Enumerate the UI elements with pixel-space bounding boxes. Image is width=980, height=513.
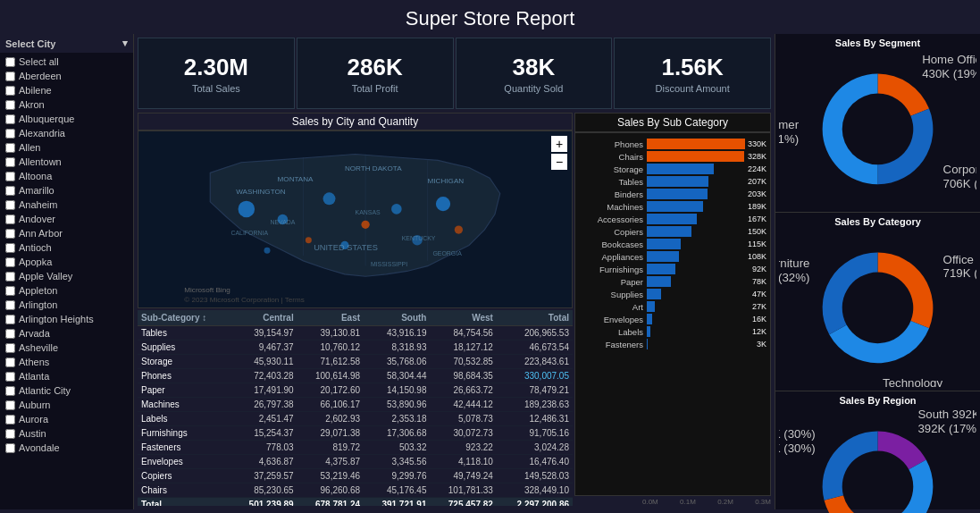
city-checkbox[interactable] [5, 400, 15, 410]
bar-fill [647, 139, 745, 149]
city-list-item[interactable]: Arlington Heights [0, 312, 133, 326]
donut-svg: Office Supplies719K (31%)Technology836K … [779, 229, 976, 387]
map-zoom-out-button[interactable]: − [551, 154, 567, 170]
city-checkbox[interactable] [5, 71, 15, 81]
city-list-item[interactable]: Albuquerque [0, 112, 133, 126]
city-checkbox[interactable] [5, 315, 15, 324]
city-checkbox[interactable] [5, 443, 15, 453]
svg-point-9 [436, 197, 450, 211]
city-checkbox[interactable] [5, 186, 15, 196]
svg-text:UNITED STATES: UNITED STATES [314, 243, 378, 252]
table-cell: Fasteners [138, 441, 230, 455]
city-list-item[interactable]: Avondale [0, 441, 133, 455]
city-checkbox[interactable] [5, 143, 15, 153]
dropdown-arrow-icon[interactable]: ▾ [122, 38, 128, 49]
table-header: West [430, 310, 496, 326]
bar-label: Binders [582, 189, 647, 199]
table-cell: 14,150.98 [364, 383, 430, 398]
city-list-item[interactable]: Appleton [0, 283, 133, 298]
city-list-item[interactable]: Andover [0, 212, 133, 226]
city-list-item[interactable]: Akron [0, 97, 133, 112]
city-list-item[interactable]: Alexandria [0, 126, 133, 140]
city-list-item[interactable]: Auburn [0, 398, 133, 412]
city-checkbox[interactable] [5, 257, 15, 267]
kpi-value: 2.30M [184, 54, 248, 81]
city-checkbox[interactable] [5, 300, 15, 310]
table-row: Furnishings15,254.3729,071.3817,306.6830… [138, 426, 573, 441]
city-checkbox[interactable] [5, 243, 15, 253]
city-list-item[interactable]: Ann Arbor [0, 226, 133, 240]
donut-segment [878, 109, 934, 185]
city-checkbox[interactable] [5, 57, 15, 67]
city-checkbox[interactable] [5, 172, 15, 181]
city-checkbox[interactable] [5, 129, 15, 139]
city-checkbox[interactable] [5, 357, 15, 367]
bar-label: Phones [582, 139, 647, 149]
city-checkbox[interactable] [5, 214, 15, 224]
city-list-item[interactable]: Allentown [0, 155, 133, 169]
city-name: Allen [19, 142, 40, 153]
svg-text:CALIFORNIA: CALIFORNIA [230, 230, 268, 236]
bar-label: Chairs [582, 152, 647, 162]
table-cell: Paper [138, 383, 230, 398]
city-list-item[interactable]: Apple Valley [0, 269, 133, 283]
city-checkbox[interactable] [5, 415, 15, 425]
bar-value: 224K [748, 164, 766, 173]
city-checkbox[interactable] [5, 100, 15, 110]
city-list-item[interactable]: Select all [0, 55, 133, 69]
city-checkbox[interactable] [5, 229, 15, 239]
city-checkbox[interactable] [5, 286, 15, 296]
table-total-cell: 2,297,200.86 [497, 498, 573, 507]
city-list-item[interactable]: Athens [0, 355, 133, 369]
donut-segment [878, 252, 934, 328]
bar-value: 115K [748, 240, 766, 248]
city-checkbox[interactable] [5, 157, 15, 167]
bar-outer [647, 301, 750, 312]
city-list-item[interactable]: Austin [0, 426, 133, 441]
bar-outer [647, 251, 745, 262]
bar-axis: 0.0M0.1M0.2M0.3M [574, 498, 771, 506]
city-checkbox[interactable] [5, 429, 15, 439]
city-list-item[interactable]: Anaheim [0, 198, 133, 212]
city-list-item[interactable]: Arvada [0, 326, 133, 341]
city-name: Select all [19, 56, 59, 67]
bar-fill [647, 339, 648, 349]
table-cell: 10,760.12 [297, 341, 364, 355]
bar-value: 207K [748, 177, 766, 186]
city-list-item[interactable]: Arlington [0, 298, 133, 312]
table-section[interactable]: Sub-Category ↕CentralEastSouthWestTotal … [138, 310, 573, 506]
map-container[interactable]: WASHINGTON MONTANA NORTH DAKOTA MICHIGAN… [138, 130, 573, 308]
map-controls[interactable]: + − [551, 136, 567, 170]
city-checkbox[interactable] [5, 114, 15, 124]
city-list-item[interactable]: Amarillo [0, 183, 133, 198]
city-list-item[interactable]: Allen [0, 140, 133, 155]
table-cell: 35,768.06 [364, 355, 430, 369]
bar-value: 108K [748, 252, 766, 261]
donut-label: Technology836K (36%) [883, 375, 945, 386]
city-list-item[interactable]: Antioch [0, 240, 133, 255]
city-list-item[interactable]: Asheville [0, 341, 133, 355]
data-table: Sub-Category ↕CentralEastSouthWestTotal … [138, 310, 573, 506]
city-list-item[interactable]: Aurora [0, 412, 133, 426]
city-list-item[interactable]: Abilene [0, 83, 133, 97]
city-list-item[interactable]: Apopka [0, 255, 133, 269]
table-cell: Copiers [138, 469, 230, 484]
city-list-item[interactable]: Aberdeen [0, 69, 133, 83]
city-list-item[interactable]: Atlanta [0, 369, 133, 383]
table-cell: 45,930.11 [230, 355, 297, 369]
city-name: Arlington Heights [19, 314, 94, 324]
city-checkbox[interactable] [5, 272, 15, 282]
city-checkbox[interactable] [5, 343, 15, 353]
city-list-item[interactable]: Atlantic City [0, 383, 133, 398]
city-checkbox[interactable] [5, 386, 15, 396]
donut-section: Sales By SegmentHome Office430K (19%)Cor… [775, 34, 980, 213]
city-checkbox[interactable] [5, 200, 15, 210]
bar-axis-label: 0.1M [680, 498, 696, 506]
svg-point-10 [455, 225, 463, 233]
center-bottom: Sales by City and Quantity [134, 111, 775, 509]
city-checkbox[interactable] [5, 329, 15, 339]
city-list-item[interactable]: Altoona [0, 169, 133, 183]
city-checkbox[interactable] [5, 86, 15, 96]
map-zoom-in-button[interactable]: + [551, 136, 567, 152]
city-checkbox[interactable] [5, 372, 15, 382]
